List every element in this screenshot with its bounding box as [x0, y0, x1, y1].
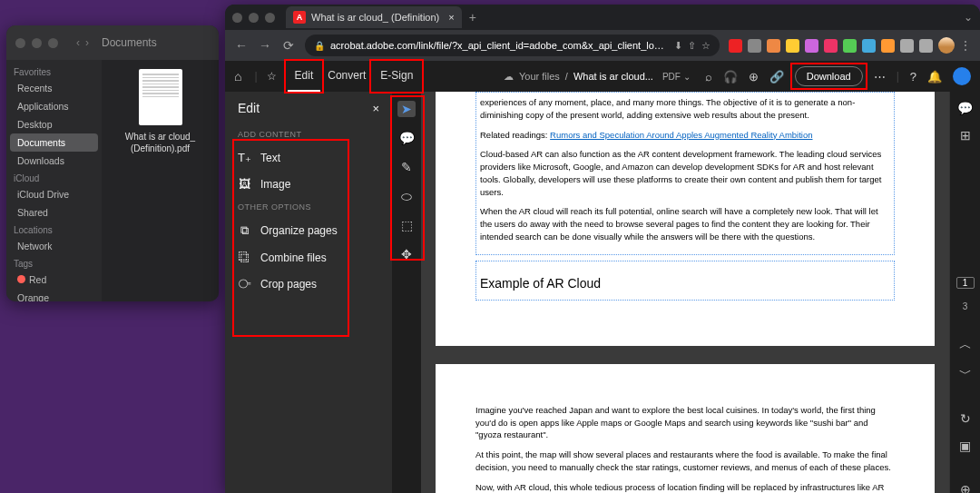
share-icon[interactable]: ⇧ [688, 40, 696, 52]
ext-icon-3[interactable] [767, 39, 780, 53]
add-image-button[interactable]: 🖼 Image [225, 171, 392, 197]
sidebar-downloads[interactable]: Downloads [6, 152, 102, 170]
close-panel-icon[interactable]: × [372, 102, 379, 115]
doc-p2[interactable]: Cloud-based AR can also function as the … [480, 148, 890, 198]
sidebar-applications[interactable]: Applications [6, 97, 102, 115]
tab-convert[interactable]: Convert [320, 61, 373, 92]
add-text-button[interactable]: T₊ Text [225, 144, 392, 171]
browser-tab[interactable]: A What is ar cloud_ (Definition) × [286, 6, 462, 28]
chrome-minimize[interactable] [249, 13, 259, 23]
ext-icon-7[interactable] [843, 39, 857, 53]
section-tags: Tags [6, 255, 102, 271]
reload-icon[interactable]: ⟳ [281, 38, 296, 53]
doc-related-link[interactable]: Rumors and Speculation Around Apples Aug… [550, 130, 812, 140]
ext-icon-2[interactable] [748, 39, 761, 53]
ext-icon-4[interactable] [786, 39, 799, 53]
sidebar-iclouddrive[interactable]: iCloud Drive [6, 185, 102, 203]
organize-pages-button[interactable]: ⧉ Organize pages [225, 217, 392, 244]
page-down-icon[interactable]: ﹀ [959, 366, 972, 382]
sidebar-tag-orange[interactable]: Orange [6, 289, 102, 301]
sidebar-documents[interactable]: Documents [10, 133, 98, 152]
finder-content[interactable]: What is ar cloud_ (Definition).pdf [102, 60, 219, 301]
ext-icon-9[interactable] [881, 39, 895, 53]
highlight-tool-icon[interactable]: ✎ [397, 159, 416, 175]
tab-close-icon[interactable]: × [448, 12, 454, 23]
tab-esign[interactable]: E-Sign [373, 61, 420, 92]
doc-page-1: experiences of any moment, place, and ma… [436, 92, 935, 346]
bell-icon[interactable]: 🔔 [927, 70, 942, 84]
new-tab-button[interactable]: + [469, 10, 476, 25]
doc-p1[interactable]: experiences of any moment, place, and ma… [480, 96, 890, 122]
star-icon[interactable]: ☆ [267, 70, 277, 83]
headphones-icon[interactable]: 🎧 [723, 70, 738, 84]
doc-p3[interactable]: When the AR cloud will reach its full po… [480, 205, 890, 242]
install-icon[interactable]: ⬇ [674, 40, 682, 52]
sidebar-network[interactable]: Network [6, 237, 102, 255]
finder-window: ‹ › Documents Favorites Recents Applicat… [6, 25, 219, 301]
thumbnails-icon[interactable]: ⊞ [960, 128, 971, 143]
maximize-light[interactable] [48, 38, 58, 48]
ext-icon-10[interactable] [900, 39, 914, 53]
page-up-icon[interactable]: ︿ [959, 337, 972, 353]
document-viewer[interactable]: experiences of any moment, place, and ma… [421, 92, 949, 493]
ext-adblock-icon[interactable] [729, 39, 742, 53]
back-icon[interactable]: ← [234, 38, 249, 53]
link-icon[interactable]: 🔗 [769, 70, 784, 84]
filetype-dropdown[interactable]: PDF ⌄ [662, 72, 691, 82]
chrome-tabstrip: A What is ar cloud_ (Definition) × + ⌄ [225, 5, 980, 30]
rotate-icon[interactable]: ↻ [960, 411, 971, 426]
cursor-tool-icon[interactable]: ➤ [397, 101, 416, 117]
ext-icon-8[interactable] [862, 39, 876, 53]
fit-icon[interactable]: ▣ [959, 439, 971, 453]
sidebar-recents[interactable]: Recents [6, 79, 102, 97]
edit-panel: Edit × ADD CONTENT T₊ Text 🖼 Image OTHER… [225, 92, 392, 493]
close-light[interactable] [15, 38, 25, 48]
draw-tool-icon[interactable]: ⬭ [397, 188, 416, 204]
chrome-traffic-lights [232, 13, 275, 23]
chrome-maximize[interactable] [265, 13, 275, 23]
more-icon[interactable]: ⋯ [874, 70, 886, 84]
ext-icon-6[interactable] [824, 39, 838, 53]
forward-button[interactable]: › [85, 36, 89, 49]
url-bar[interactable]: 🔒 acrobat.adobe.com/link/file/?x_api_cli… [305, 35, 720, 56]
doc-p5[interactable]: At this point, the map will show several… [475, 449, 895, 474]
zoom-in-icon[interactable]: ⊕ [960, 482, 971, 493]
download-button[interactable]: Download [795, 66, 863, 86]
back-button[interactable]: ‹ [76, 36, 80, 49]
ext-icon-5[interactable] [805, 39, 818, 53]
combine-icon: ⿻ [238, 251, 251, 264]
bookmark-icon[interactable]: ☆ [701, 40, 710, 52]
doc-p4[interactable]: Imagine you've reached Japan and want to… [475, 404, 895, 441]
chrome-close[interactable] [232, 13, 242, 23]
combine-files-button[interactable]: ⿻ Combine files [225, 244, 392, 271]
adobe-favicon: A [293, 11, 306, 24]
minimize-light[interactable] [32, 38, 42, 48]
sidebar-desktop[interactable]: Desktop [6, 115, 102, 133]
home-icon[interactable]: ⌂ [234, 69, 241, 84]
doc-page-2: Imagine you've reached Japan and want to… [436, 364, 935, 493]
comment-tool-icon[interactable]: 💬 [397, 130, 416, 146]
file-thumbnail[interactable] [139, 69, 182, 125]
page-current[interactable]: 1 [956, 277, 975, 289]
doc-heading-example[interactable]: Example of AR Cloud [480, 274, 890, 292]
sidebar-shared[interactable]: Shared [6, 203, 102, 222]
search-icon[interactable]: ⌕ [705, 70, 712, 84]
comment-panel-icon[interactable]: 💬 [957, 101, 973, 115]
crop-pages-button[interactable]: ⧃ Crop pages [225, 271, 392, 298]
textselect-tool-icon[interactable]: ⬚ [397, 217, 416, 233]
lock-icon[interactable]: 🔒 [314, 41, 325, 51]
sidebar-tag-red[interactable]: Red [6, 271, 102, 289]
add-person-icon[interactable]: ⊕ [749, 70, 759, 84]
profile-avatar[interactable] [938, 37, 955, 54]
forward-icon[interactable]: → [258, 38, 272, 53]
help-icon[interactable]: ? [910, 70, 916, 84]
tab-overflow-icon[interactable]: ⌄ [964, 11, 973, 24]
chrome-menu-icon[interactable]: ⋮ [960, 39, 971, 52]
doc-p6[interactable]: Now, with AR cloud, this whole tedious p… [475, 481, 895, 493]
user-avatar[interactable] [953, 67, 971, 85]
ext-icon-11[interactable] [919, 39, 933, 53]
breadcrumb-current[interactable]: What is ar cloud... [573, 71, 653, 82]
breadcrumb-root[interactable]: Your files [519, 71, 560, 82]
erase-tool-icon[interactable]: ✥ [397, 246, 416, 262]
tab-edit[interactable]: Edit [288, 61, 321, 92]
